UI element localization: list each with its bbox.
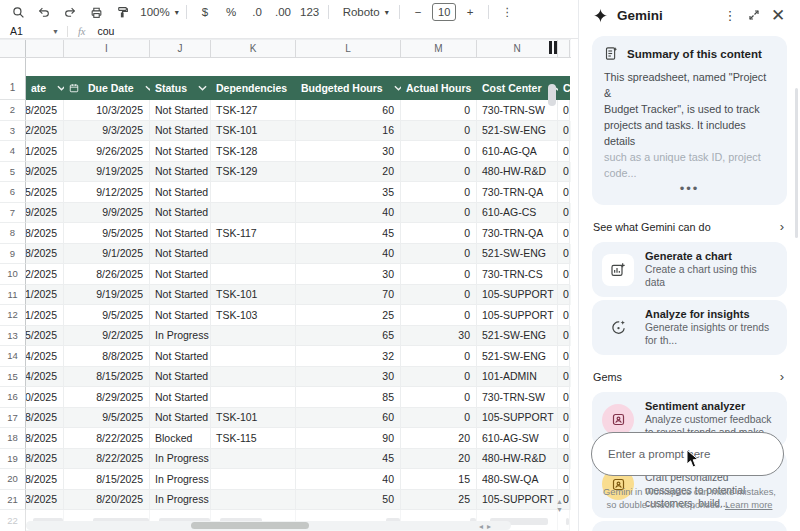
close-panel-icon[interactable]: ✕ bbox=[766, 5, 790, 26]
header-cell-actual-hours[interactable]: Actual Hours bbox=[401, 76, 477, 100]
row-number[interactable]: 15 bbox=[0, 367, 26, 388]
redo-icon[interactable] bbox=[58, 1, 82, 23]
cell[interactable]: 610-AG-SW bbox=[477, 428, 558, 449]
paint-format-icon[interactable] bbox=[110, 1, 134, 23]
cell[interactable]: 0 bbox=[558, 203, 570, 224]
cell[interactable]: TSK-101 bbox=[211, 408, 296, 429]
cell[interactable]: 8/2025 bbox=[26, 449, 64, 470]
cell[interactable]: 9/19/2025 bbox=[64, 162, 150, 183]
cell[interactable]: 0 bbox=[401, 346, 477, 367]
cell[interactable]: 8/20/2025 bbox=[64, 490, 150, 511]
column-letter-J[interactable]: J bbox=[150, 40, 211, 57]
cell[interactable]: Not Started bbox=[150, 408, 211, 429]
cell[interactable]: 8/15/2025 bbox=[64, 367, 150, 388]
cell[interactable]: In Progress bbox=[150, 326, 211, 347]
cell[interactable]: 30 bbox=[401, 326, 477, 347]
cell[interactable]: 20 bbox=[296, 162, 401, 183]
cell[interactable]: Not Started bbox=[150, 121, 211, 142]
row-number[interactable]: 19 bbox=[0, 449, 26, 470]
cell[interactable]: 9/5/2025 bbox=[64, 305, 150, 326]
cell[interactable]: 10/3/2025 bbox=[64, 100, 150, 121]
cell[interactable]: 40 bbox=[296, 203, 401, 224]
column-letter-I[interactable]: I bbox=[64, 40, 150, 57]
cell[interactable]: 0 bbox=[401, 244, 477, 265]
cell[interactable]: 0 bbox=[401, 387, 477, 408]
cell[interactable]: 8/2025 bbox=[26, 244, 64, 265]
cell[interactable]: 35 bbox=[296, 182, 401, 203]
cell[interactable]: 610-AG-QA bbox=[477, 141, 558, 162]
cell[interactable]: TSK-128 bbox=[211, 141, 296, 162]
format-percent-button[interactable]: % bbox=[219, 1, 243, 23]
font-select[interactable]: Roboto ▾ bbox=[335, 1, 393, 23]
cell[interactable]: 9/5/2025 bbox=[64, 223, 150, 244]
horizontal-scrollbar-thumb[interactable] bbox=[191, 522, 309, 529]
cell[interactable]: Not Started bbox=[150, 162, 211, 183]
grid-corner[interactable] bbox=[0, 40, 26, 57]
cell[interactable]: Not Started bbox=[150, 223, 211, 244]
cell[interactable]: 610-AG-CS bbox=[477, 203, 558, 224]
cell[interactable]: 0 bbox=[401, 223, 477, 244]
decrease-font-size-button[interactable]: − bbox=[406, 1, 430, 23]
cell[interactable]: 9/1/2025 bbox=[64, 244, 150, 265]
more-formats-button[interactable]: 123 bbox=[297, 1, 322, 23]
horizontal-scroll-arrows[interactable]: ◂▸ bbox=[479, 522, 495, 531]
cell[interactable]: 2/2025 bbox=[26, 121, 64, 142]
cell[interactable]: 0 bbox=[401, 264, 477, 285]
panel-scrollbar[interactable] bbox=[795, 88, 798, 238]
row-number[interactable]: 22 bbox=[0, 510, 26, 531]
prompt-input[interactable]: Enter a prompt here bbox=[591, 432, 784, 476]
expand-panel-icon[interactable] bbox=[742, 9, 766, 21]
cell[interactable]: 90 bbox=[296, 428, 401, 449]
cell[interactable]: 60 bbox=[296, 408, 401, 429]
filter-chevron-icon[interactable] bbox=[394, 85, 401, 91]
cell[interactable]: 9/12/2025 bbox=[64, 182, 150, 203]
cell[interactable]: 105-SUPPORT bbox=[477, 285, 558, 306]
learn-more-link[interactable]: Learn more bbox=[725, 500, 773, 510]
cell[interactable]: 9/3/2025 bbox=[64, 121, 150, 142]
cell[interactable]: 730-TRN-QA bbox=[477, 223, 558, 244]
cell[interactable]: 8/2025 bbox=[26, 469, 64, 490]
cell[interactable]: 9/2025 bbox=[26, 203, 64, 224]
cell[interactable]: 16 bbox=[296, 121, 401, 142]
row-number[interactable]: 11 bbox=[0, 285, 26, 306]
cell[interactable]: 105-SUPPORT bbox=[477, 305, 558, 326]
cell[interactable]: Blocked bbox=[150, 428, 211, 449]
cell[interactable]: 521-SW-ENG bbox=[477, 346, 558, 367]
row-number[interactable]: 3 bbox=[0, 121, 26, 142]
cell[interactable]: Not Started bbox=[150, 264, 211, 285]
cell[interactable]: In Progress bbox=[150, 490, 211, 511]
cell[interactable]: 20 bbox=[401, 428, 477, 449]
cell[interactable]: 0 bbox=[558, 346, 570, 367]
panel-more-button[interactable]: ⋮ bbox=[718, 8, 742, 23]
cell[interactable]: 4/2025 bbox=[26, 346, 64, 367]
cell[interactable]: 40 bbox=[296, 244, 401, 265]
cell[interactable]: 0 bbox=[558, 285, 570, 306]
cell[interactable]: 521-SW-ENG bbox=[477, 121, 558, 142]
cell[interactable]: 8/2025 bbox=[26, 428, 64, 449]
header-cell-status[interactable]: Status bbox=[150, 76, 211, 100]
cell[interactable]: 25 bbox=[401, 490, 477, 511]
cell[interactable]: 3/2025 bbox=[26, 490, 64, 511]
cell[interactable]: 30 bbox=[296, 264, 401, 285]
cell[interactable] bbox=[211, 367, 296, 388]
analyze-insights-card[interactable]: Analyze for insights Generate insights o… bbox=[592, 300, 787, 355]
decrease-decimal-button[interactable]: .0 bbox=[245, 1, 269, 23]
header-cell-budgeted-hours[interactable]: Budgeted Hours bbox=[296, 76, 401, 100]
header-cell-c[interactable]: C bbox=[558, 76, 570, 100]
cell[interactable]: 0 bbox=[401, 305, 477, 326]
cell[interactable]: 8/29/2025 bbox=[64, 387, 150, 408]
cell[interactable]: 0 bbox=[558, 141, 570, 162]
row-number[interactable]: 1 bbox=[0, 76, 26, 100]
gems-row[interactable]: Gems › bbox=[593, 369, 784, 384]
cell[interactable]: Not Started bbox=[150, 387, 211, 408]
increase-decimal-button[interactable]: .00 bbox=[271, 1, 295, 23]
row-number[interactable]: 13 bbox=[0, 326, 26, 347]
cell[interactable]: 70 bbox=[296, 285, 401, 306]
cell[interactable]: 0 bbox=[401, 408, 477, 429]
cell[interactable]: 0 bbox=[558, 223, 570, 244]
row-number[interactable]: 5 bbox=[0, 162, 26, 183]
column-letter-K[interactable]: K bbox=[211, 40, 296, 57]
filter-chevron-icon[interactable] bbox=[198, 85, 207, 91]
cell[interactable]: 8/2025 bbox=[26, 223, 64, 244]
cell[interactable]: 45 bbox=[296, 223, 401, 244]
